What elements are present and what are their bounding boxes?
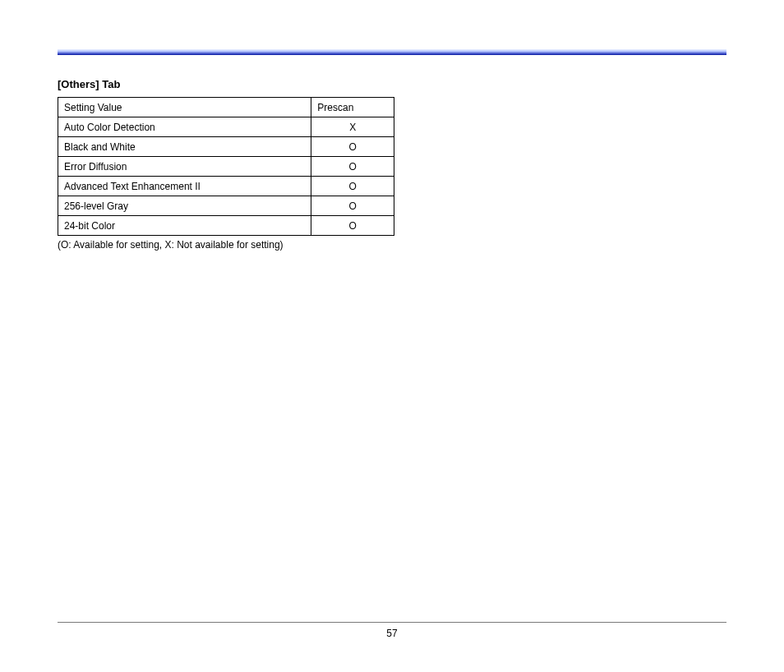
table-row: 24-bit Color O xyxy=(58,216,394,236)
page-number: 57 xyxy=(386,628,397,639)
table-row: Advanced Text Enhancement II O xyxy=(58,177,394,196)
header-divider xyxy=(58,49,726,55)
setting-value: O xyxy=(311,157,394,177)
document-page: [Others] Tab Setting Value Prescan Auto … xyxy=(0,0,784,672)
setting-value: O xyxy=(311,216,394,236)
section-heading: [Others] Tab xyxy=(58,78,726,90)
header-setting-value: Setting Value xyxy=(58,98,311,117)
table-legend: (O: Available for setting, X: Not availa… xyxy=(58,239,726,251)
table-row: Black and White O xyxy=(58,137,394,157)
setting-value: O xyxy=(311,196,394,216)
table-row: Auto Color Detection X xyxy=(58,117,394,137)
setting-value: X xyxy=(311,117,394,137)
setting-value: O xyxy=(311,137,394,157)
footer-divider xyxy=(58,622,726,623)
page-footer: 57 xyxy=(58,622,726,639)
setting-label: Auto Color Detection xyxy=(58,117,311,137)
setting-label: Error Diffusion xyxy=(58,157,311,177)
setting-label: 24-bit Color xyxy=(58,216,311,236)
table-row: Error Diffusion O xyxy=(58,157,394,177)
header-prescan: Prescan xyxy=(311,98,394,117)
setting-label: Advanced Text Enhancement II xyxy=(58,177,311,196)
setting-value: O xyxy=(311,177,394,196)
setting-label: 256-level Gray xyxy=(58,196,311,216)
table-row: 256-level Gray O xyxy=(58,196,394,216)
table-header-row: Setting Value Prescan xyxy=(58,98,394,117)
setting-label: Black and White xyxy=(58,137,311,157)
settings-table: Setting Value Prescan Auto Color Detecti… xyxy=(58,97,394,236)
